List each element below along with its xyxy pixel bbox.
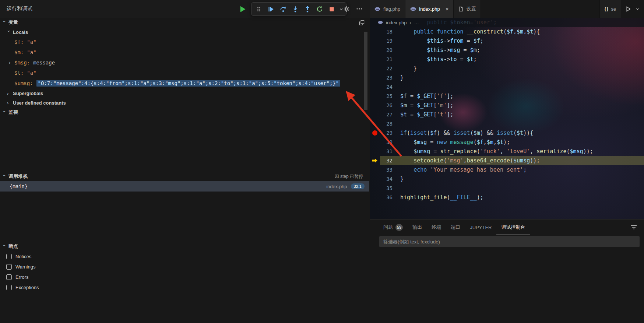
manage-button[interactable]	[342, 5, 351, 13]
checkbox[interactable]	[6, 254, 12, 259]
step-into-button[interactable]	[290, 4, 301, 15]
continue-button[interactable]	[265, 4, 277, 15]
code-line[interactable]: 26$m = $_GET['m'];	[370, 101, 644, 110]
code-line[interactable]: 32 setcookie('msg',base64_encode($umsg))…	[370, 156, 644, 165]
breakpoint-option-row[interactable]: Notices	[0, 251, 369, 261]
tab-se[interactable]: { }se	[599, 0, 621, 18]
code-token: public	[414, 28, 433, 35]
panel-tab-label: 调试控制台	[501, 224, 525, 231]
copy-value-icon[interactable]	[359, 20, 365, 27]
code-line[interactable]: 35	[370, 183, 644, 193]
breakpoint-option-row[interactable]: Errors	[0, 272, 369, 282]
code-token: (	[474, 139, 477, 145]
panel-tab-JUPYTER[interactable]: JUPYTER	[465, 220, 496, 235]
code-line[interactable]: 21 $this->to = $t;	[370, 55, 644, 64]
code-text: if(isset($f) && isset($m) && isset($t)){	[400, 130, 533, 136]
filter-input[interactable]	[379, 236, 640, 247]
breadcrumb-file[interactable]: index.php	[386, 20, 407, 25]
code-line[interactable]: 36highlight_file(__FILE__);	[370, 193, 644, 202]
code-line[interactable]: 20 $this->msg = $m;	[370, 45, 644, 55]
sidebar-scrollbar[interactable]	[364, 32, 367, 110]
code-line[interactable]: 23}	[370, 73, 644, 82]
filter-lines-icon[interactable]	[630, 224, 637, 232]
variable-row[interactable]: ›$umsg:"O:7:"message":4:{s:4:"from";s:1:…	[0, 78, 369, 88]
code-line[interactable]: 18 public function __construct($f,$m,$t)…	[370, 27, 644, 36]
variable-row[interactable]: ›$m:"a"	[0, 47, 369, 57]
code-token: str_replace	[440, 148, 476, 155]
close-icon[interactable]: ×	[446, 6, 449, 12]
code-token: $m	[470, 47, 477, 53]
callstack-frame-row[interactable]: {main} index.php 32:1	[0, 181, 369, 192]
breakpoint-option-row[interactable]: Exceptions	[0, 282, 369, 292]
run-dropdown-button[interactable]	[634, 3, 640, 14]
breakpoint-option-row[interactable]: Warnings	[0, 261, 369, 272]
tab-设置[interactable]: 设置	[454, 0, 481, 18]
code-area[interactable]: 17 public $token='user';18 public functi…	[370, 18, 644, 202]
code-line[interactable]: 24	[370, 82, 644, 91]
code-line[interactable]: 19 $this->from = $f;	[370, 36, 644, 45]
breakpoints-section-title: 断点	[8, 243, 18, 250]
php-icon: php	[410, 7, 416, 11]
restart-button[interactable]	[314, 4, 325, 15]
stop-button[interactable]	[326, 4, 337, 15]
variable-row[interactable]: ›$f:"a"	[0, 37, 369, 47]
checkbox[interactable]	[6, 264, 12, 270]
start-debug-button[interactable]	[238, 4, 247, 14]
tab-index.php[interactable]: phpindex.php×	[405, 0, 454, 18]
code-line-body: 23}	[380, 73, 644, 82]
panel-tab-端口[interactable]: 端口	[446, 220, 465, 235]
code-line[interactable]: 28	[370, 119, 644, 128]
code-line[interactable]: 29if(isset($f) && isset($m) && isset($t)…	[370, 128, 644, 137]
frame-file: index.php	[326, 184, 347, 189]
glyph-margin[interactable]	[370, 130, 380, 136]
step-out-button[interactable]	[302, 4, 313, 15]
panel-tab-问题[interactable]: 问题59	[379, 220, 408, 235]
group-label: Superglobals	[13, 91, 43, 96]
more-actions-button[interactable]	[355, 5, 364, 13]
glyph-margin[interactable]	[370, 158, 380, 164]
code-token: new	[437, 139, 447, 145]
code-token: (	[407, 130, 410, 136]
toolbar-grip-handle[interactable]	[253, 4, 264, 15]
line-number: 21	[380, 56, 393, 62]
breakpoint-icon[interactable]	[372, 130, 377, 136]
code-line[interactable]: 33 echo 'Your message has been sent';	[370, 165, 644, 174]
code-token: $umsg	[513, 157, 530, 164]
code-line[interactable]: 25$f = $_GET['f'];	[370, 91, 644, 101]
step-over-button[interactable]	[278, 4, 289, 15]
code-editor[interactable]: 17 public $token='user';18 public functi…	[370, 18, 644, 219]
code-token: =	[407, 93, 417, 99]
line-number: 32	[380, 158, 393, 164]
code-line[interactable]: 30 $msg = new message($f,$m,$t);	[370, 137, 644, 147]
code-line[interactable]: 31 $umsg = str_replace('fuck', 'loveU', …	[370, 147, 644, 156]
watch-section-header[interactable]: › 监视	[0, 108, 369, 117]
code-token: ,	[464, 157, 467, 164]
variables-group-user-defined-constants[interactable]: › User defined constants	[0, 98, 369, 108]
code-line[interactable]: 22 }	[370, 64, 644, 73]
variables-section-header[interactable]: › 变量	[0, 18, 369, 27]
panel-tab-输出[interactable]: 输出	[408, 220, 427, 235]
breadcrumb[interactable]: index.php › …	[370, 18, 644, 27]
code-text: $f = $_GET['f'];	[400, 93, 454, 99]
variable-row[interactable]: ›$t:"a"	[0, 68, 369, 78]
breakpoints-section-header[interactable]: › 断点	[0, 242, 369, 251]
variables-group-locals[interactable]: › Locals	[0, 27, 369, 37]
variable-row[interactable]: ›$msg:message	[0, 57, 369, 68]
callstack-section-header[interactable]: › 调用堆栈 因 step 已暂停	[0, 172, 369, 181]
checkbox[interactable]	[6, 285, 12, 290]
code-line[interactable]: 34}	[370, 174, 644, 183]
code-token: $t	[400, 111, 407, 118]
code-token: $msg	[570, 148, 583, 155]
code-line[interactable]: 27$t = $_GET['t'];	[370, 110, 644, 119]
code-token	[400, 148, 414, 155]
code-line-body: 22 }	[380, 64, 644, 73]
variables-group-superglobals[interactable]: › Superglobals	[0, 88, 369, 98]
run-file-button[interactable]	[623, 3, 634, 14]
tab-flag.php[interactable]: phpflag.php	[370, 0, 405, 18]
panel-tab-终端[interactable]: 终端	[427, 220, 446, 235]
panel-tab-调试控制台[interactable]: 调试控制台	[496, 220, 530, 235]
breadcrumb-symbol[interactable]: …	[414, 20, 419, 25]
chevron-right-icon[interactable]: ›	[8, 60, 14, 66]
code-token: =	[460, 47, 470, 53]
checkbox[interactable]	[6, 274, 12, 280]
